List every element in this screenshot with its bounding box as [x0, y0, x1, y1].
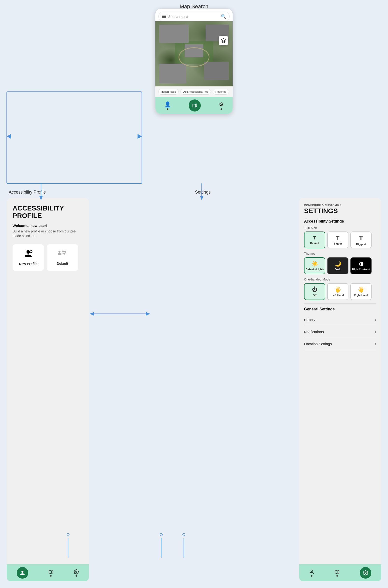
one-handed-right-icon: 🖐 [358, 287, 364, 293]
phone-frame: Search here 🔍 Report Issue Add Accessibi… [155, 9, 233, 114]
settings-nav-settings-active[interactable] [360, 567, 371, 579]
general-settings-title: General Settings [304, 307, 376, 311]
theme-dark-icon: 🌙 [335, 261, 341, 267]
text-size-options: T Default T Bigger T Biggest [304, 231, 376, 248]
text-default-label: Default [310, 242, 319, 245]
svg-point-8 [75, 571, 77, 573]
settings-title: SETTINGS [304, 207, 376, 215]
svg-rect-10 [7, 92, 142, 183]
welcome-text: Welcome, new user! [13, 223, 83, 228]
phone-nav-settings[interactable]: ⚙ [219, 101, 224, 110]
settings-nav-profile[interactable] [309, 569, 315, 577]
default-profile-label: Default [57, 262, 68, 266]
one-handed-off-button[interactable]: ⏻ Off [304, 283, 325, 300]
map-action-buttons: Report Issue Add Accessibility Info Repo… [155, 86, 233, 97]
one-handed-left-icon: 🖐 [335, 287, 341, 293]
svg-marker-14 [200, 196, 203, 200]
phone-nav-map-active[interactable] [189, 99, 201, 112]
text-default-icon: T [314, 236, 316, 241]
one-handed-right-button[interactable]: 🖐 Right Hand [350, 283, 372, 300]
svg-point-6 [63, 251, 63, 252]
reported-button[interactable]: Reported [213, 89, 229, 95]
text-default-button[interactable]: T Default [304, 231, 325, 248]
themes-label: Themes [304, 252, 376, 255]
location-settings-chevron: › [375, 341, 376, 346]
text-bigger-icon: T [336, 235, 339, 241]
new-profile-icon [24, 249, 33, 260]
profile-panel-bottom-nav [7, 564, 89, 581]
theme-light-icon: ☀️ [312, 261, 318, 267]
text-biggest-icon: T [359, 234, 363, 242]
default-profile-card[interactable]: Default [47, 244, 78, 271]
theme-dark-button[interactable]: 🌙 Dark [327, 257, 348, 274]
themes-options: ☀️ Default (Light) 🌙 Dark ◑ High-Contras… [304, 257, 376, 274]
hamburger-icon[interactable] [162, 15, 166, 18]
profile-nav-settings[interactable] [73, 569, 79, 577]
svg-marker-0 [221, 38, 226, 41]
notifications-label: Notifications [304, 330, 324, 334]
theme-contrast-label: High-Contrast [352, 268, 370, 271]
svg-marker-15 [7, 134, 11, 139]
one-handed-left-label: Left Hand [332, 294, 344, 297]
text-bigger-button[interactable]: T Bigger [327, 231, 348, 248]
settings-panel-bottom-nav [299, 564, 381, 581]
svg-marker-18 [90, 312, 94, 316]
svg-marker-19 [146, 312, 150, 316]
divider [304, 303, 376, 304]
text-biggest-label: Biggest [356, 243, 366, 246]
notifications-item[interactable]: Notifications › [304, 326, 376, 338]
one-handed-label: One-handed Mode [304, 278, 376, 281]
svg-point-7 [64, 251, 66, 253]
settings-nav-map[interactable] [335, 569, 340, 577]
report-issue-button[interactable]: Report Issue [158, 89, 179, 95]
text-size-label: Text Size [304, 226, 376, 230]
map-view [155, 21, 233, 86]
phone-nav-profile[interactable]: 👤 [164, 101, 171, 110]
history-chevron: › [375, 317, 376, 322]
svg-point-4 [58, 251, 60, 253]
profile-nav-map[interactable] [48, 569, 53, 577]
profile-panel-body: ACCESSIBILITY PROFILE Welcome, new user!… [7, 198, 89, 278]
accessibility-settings-title: Accessibility Settings [304, 219, 376, 223]
one-handed-right-label: Right Hand [354, 294, 368, 297]
text-bigger-label: Bigger [334, 242, 342, 245]
notifications-chevron: › [375, 329, 376, 334]
phone-bottom-nav: 👤 ⚙ [155, 97, 233, 114]
svg-point-23 [160, 534, 162, 536]
settings-panel: CONFIGURE & CUSTOMIZE SETTINGS Accessibi… [299, 198, 381, 581]
accessibility-profile-panel: ACCESSIBILITY PROFILE Welcome, new user!… [7, 198, 89, 581]
settings-subtitle: CONFIGURE & CUSTOMIZE [304, 204, 376, 207]
profile-description: Build a new profile or choose from our p… [13, 229, 83, 239]
settings-label: Settings [195, 190, 211, 195]
new-profile-label: New Profile [19, 262, 37, 266]
theme-contrast-icon: ◑ [359, 261, 364, 267]
search-icon[interactable]: 🔍 [221, 14, 226, 19]
one-handed-left-button[interactable]: 🖐 Left Hand [327, 283, 348, 300]
search-placeholder: Search here [168, 15, 219, 19]
text-biggest-button[interactable]: T Biggest [350, 231, 372, 248]
new-profile-card[interactable]: New Profile [13, 244, 44, 271]
one-handed-options: ⏻ Off 🖐 Left Hand 🖐 Right Hand [304, 283, 376, 300]
location-settings-item[interactable]: Location Settings › [304, 338, 376, 350]
search-bar[interactable]: Search here 🔍 [158, 12, 230, 21]
theme-light-button[interactable]: ☀️ Default (Light) [304, 257, 325, 274]
add-accessibility-button[interactable]: Add Accessibility Info [180, 89, 211, 95]
theme-dark-label: Dark [335, 268, 341, 271]
profile-nav-profile-active[interactable] [17, 567, 28, 579]
settings-panel-body: CONFIGURE & CUSTOMIZE SETTINGS Accessibi… [299, 198, 381, 372]
one-handed-off-label: Off [313, 294, 316, 297]
history-label: History [304, 318, 315, 322]
profile-title: ACCESSIBILITY PROFILE [13, 205, 83, 220]
one-handed-off-icon: ⏻ [312, 287, 317, 293]
accessibility-profile-label: Accessibility Profile [9, 190, 46, 195]
profile-cards: New Profile Default [13, 244, 83, 271]
svg-point-9 [365, 572, 366, 573]
theme-light-label: Default (Light) [306, 268, 324, 271]
location-settings-label: Location Settings [304, 342, 332, 346]
history-item[interactable]: History › [304, 314, 376, 326]
svg-point-25 [183, 534, 185, 536]
svg-marker-16 [138, 134, 142, 139]
default-profile-icon [56, 249, 69, 260]
theme-contrast-button[interactable]: ◑ High-Contrast [350, 257, 372, 274]
layers-button[interactable] [218, 36, 228, 45]
